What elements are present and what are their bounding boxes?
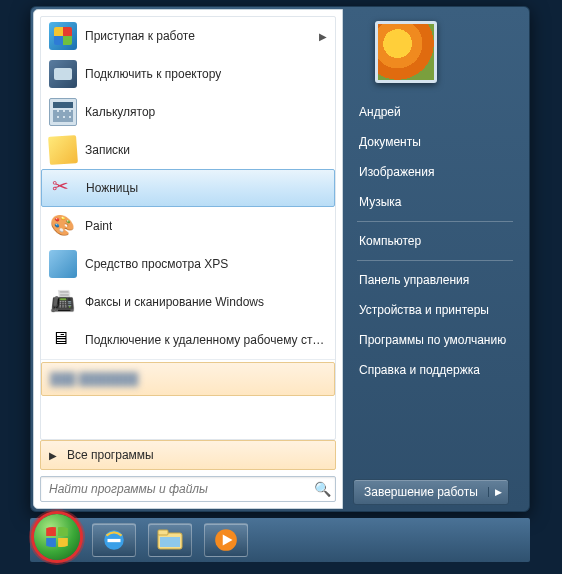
pictures-link[interactable]: Изображения xyxy=(347,157,523,187)
program-label: Калькулятор xyxy=(85,105,155,119)
start-button[interactable] xyxy=(34,514,80,560)
devices-printers-link[interactable]: Устройства и принтеры xyxy=(347,295,523,325)
shutdown-button[interactable]: Завершение работы ▶ xyxy=(353,479,509,505)
program-label: Ножницы xyxy=(86,181,138,195)
right-link-list: Андрей Документы Изображения Музыка Комп… xyxy=(347,97,523,385)
taskbar-ie-button[interactable] xyxy=(92,523,136,557)
search-icon[interactable]: 🔍 xyxy=(309,481,335,497)
program-item-getting-started[interactable]: Приступая к работе ▶ xyxy=(41,17,335,55)
sticky-notes-icon xyxy=(48,135,78,165)
program-item-sticky-notes[interactable]: Записки xyxy=(41,131,335,169)
program-label: Факсы и сканирование Windows xyxy=(85,295,264,309)
program-item-fax-scan[interactable]: Факсы и сканирование Windows xyxy=(41,283,335,321)
music-link[interactable]: Музыка xyxy=(347,187,523,217)
projector-icon xyxy=(49,60,77,88)
svg-rect-1 xyxy=(108,539,121,542)
help-support-link[interactable]: Справка и поддержка xyxy=(347,355,523,385)
program-label: Paint xyxy=(85,219,112,233)
computer-link[interactable]: Компьютер xyxy=(347,226,523,256)
media-player-icon xyxy=(213,527,239,553)
submenu-arrow-icon: ▶ xyxy=(319,31,327,42)
taskbar-media-player-button[interactable] xyxy=(204,523,248,557)
control-panel-link[interactable]: Панель управления xyxy=(347,265,523,295)
program-item-xps-viewer[interactable]: Средство просмотра XPS xyxy=(41,245,335,283)
shutdown-row: Завершение работы ▶ xyxy=(347,479,523,505)
svg-rect-3 xyxy=(158,530,168,535)
program-item-calculator[interactable]: Калькулятор xyxy=(41,93,335,131)
program-label: Записки xyxy=(85,143,130,157)
paint-icon xyxy=(49,212,77,240)
documents-link[interactable]: Документы xyxy=(347,127,523,157)
search-input[interactable] xyxy=(41,482,309,496)
program-item-remote-desktop[interactable]: Подключение к удаленному рабочему столу xyxy=(41,321,335,359)
program-label: Средство просмотра XPS xyxy=(85,257,228,271)
program-item-projector[interactable]: Подключить к проектору xyxy=(41,55,335,93)
snipping-tool-icon xyxy=(50,174,78,202)
separator xyxy=(357,260,513,261)
start-menu: Приступая к работе ▶ Подключить к проект… xyxy=(30,6,530,512)
search-box[interactable]: 🔍 xyxy=(40,476,336,502)
explorer-icon xyxy=(157,529,183,551)
triangle-right-icon: ▶ xyxy=(49,450,57,461)
taskbar-explorer-button[interactable] xyxy=(148,523,192,557)
program-label: Подключить к проектору xyxy=(85,67,221,81)
shutdown-label: Завершение работы xyxy=(354,485,488,499)
program-item-paint[interactable]: Paint xyxy=(41,207,335,245)
start-menu-left-panel: Приступая к работе ▶ Подключить к проект… xyxy=(33,9,343,509)
program-label: Приступая к работе xyxy=(85,29,195,43)
remote-desktop-icon xyxy=(49,326,77,354)
ie-icon xyxy=(101,527,127,553)
xps-viewer-icon xyxy=(49,250,77,278)
user-picture[interactable] xyxy=(375,21,437,83)
program-list: Приступая к работе ▶ Подключить к проект… xyxy=(40,16,336,440)
flag-icon xyxy=(49,22,77,50)
user-name-link[interactable]: Андрей xyxy=(347,97,523,127)
default-programs-link[interactable]: Программы по умолчанию xyxy=(347,325,523,355)
all-programs-label: Все программы xyxy=(67,448,154,462)
all-programs-button[interactable]: ▶ Все программы xyxy=(40,440,336,470)
taskbar xyxy=(30,518,530,562)
svg-rect-4 xyxy=(160,537,180,547)
start-menu-right-panel: Андрей Документы Изображения Музыка Комп… xyxy=(345,7,529,511)
shutdown-options-arrow[interactable]: ▶ xyxy=(488,487,508,497)
program-item-obscured[interactable]: ███ ███████ xyxy=(41,362,335,396)
program-label: Подключение к удаленному рабочему столу xyxy=(85,333,327,347)
fax-scan-icon xyxy=(49,288,77,316)
obscured-label: ███ ███████ xyxy=(50,372,138,386)
calculator-icon xyxy=(49,98,77,126)
windows-logo-icon xyxy=(44,524,70,550)
separator xyxy=(357,221,513,222)
separator xyxy=(41,359,335,360)
program-item-snipping-tool[interactable]: Ножницы xyxy=(41,169,335,207)
